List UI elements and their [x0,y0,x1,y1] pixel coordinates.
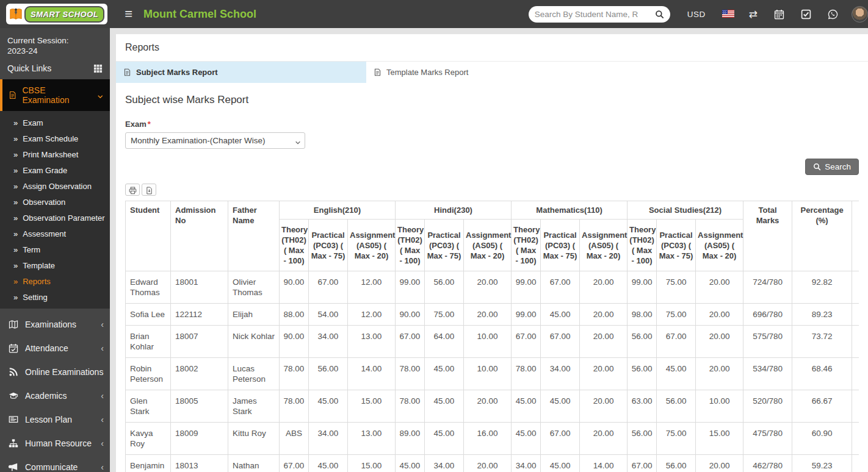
sidebar-item-label: Reports [23,277,51,286]
cbse-examination-submenu: »Exam»Exam Schedule»Print Marksheet»Exam… [0,111,110,309]
sidebar-item-observation[interactable]: »Observation [0,194,110,210]
marks-cell: 14.00 [348,358,396,390]
module-label: Human Resource [25,438,92,448]
marks-cell: 45.00 [657,358,696,390]
sidebar-module-attendance[interactable]: Attendance‹ [0,336,110,360]
hamburger-menu-icon[interactable]: ≡ [125,6,132,22]
chevron-left-icon: ‹ [101,462,104,472]
table-row: Brian Kohlar18007Nick Kohlar90.0034.0013… [126,326,859,358]
marks-cell: 45.00 [309,390,348,423]
student-name-cell: Glen Stark [126,390,171,423]
sidebar-module-human-resource[interactable]: Human Resource‹ [0,431,110,455]
marks-cell: 90.00 [396,304,425,326]
chevron-left-icon: ‹ [101,415,104,424]
column-header-student: Student [126,201,171,271]
marks-cell: 90.00 [280,271,309,304]
print-button[interactable] [125,184,140,196]
grade-cell: B+ [852,326,859,358]
sidebar-item-print-marksheet[interactable]: »Print Marksheet [0,146,110,162]
tab-label: Subject Marks Report [136,68,218,77]
sidebar-item-exam[interactable]: »Exam [0,115,110,131]
student-name-cell: Sofia Lee [126,304,171,326]
sidebar-module-communicate[interactable]: Communicate‹ [0,455,110,472]
table-row: Robin Peterson18002Lucas Peterson78.0056… [126,358,859,390]
sidebar-item-exam-grade[interactable]: »Exam Grade [0,162,110,178]
currency-selector[interactable]: USD [687,10,706,19]
marks-cell: 75.00 [425,304,464,326]
marks-cell: 56.00 [627,423,657,455]
grade-cell: A + [852,271,859,304]
double-angle-icon: » [13,261,18,270]
sitemap-icon [9,438,18,448]
subcolumn-header-theory: Theory (TH02) ( Max - 100) [280,220,309,271]
search-button[interactable]: Search [805,159,859,175]
sidebar-modules: Examinations‹Attendance‹Online Examinati… [0,309,110,472]
marks-cell: 14.00 [580,455,627,472]
grid-icon[interactable] [93,64,103,73]
marks-cell: 20.00 [580,390,627,423]
admission-no-cell: 18001 [171,271,228,304]
percentage-cell: 73.72 [792,326,852,358]
file-icon [374,68,382,76]
smart-school-logo[interactable]: SMART SCHOOL [6,4,107,24]
calendar-check-icon [9,343,18,353]
exam-select[interactable]: Monthly Examination-(Chapter Wise) [125,132,305,149]
sidebar-item-template[interactable]: »Template [0,257,110,273]
reports-panel: Reports Subject Marks ReportTemplate Mar… [116,34,868,472]
marks-cell: 20.00 [464,271,512,304]
marks-table-wrap: StudentAdmission NoFather NameEnglish(21… [125,201,859,472]
sidebar-item-exam-schedule[interactable]: »Exam Schedule [0,131,110,146]
marks-cell: 78.00 [396,390,425,423]
sidebar-item-setting[interactable]: »Setting [0,289,110,305]
sidebar-module-lesson-plan[interactable]: Lesson Plan‹ [0,407,110,431]
total-marks-cell: 475/780 [743,423,792,455]
search-icon[interactable] [655,10,664,19]
tab-subject-marks-report[interactable]: Subject Marks Report [116,62,366,83]
calendar-icon[interactable] [774,9,784,20]
global-search[interactable] [529,6,670,23]
sidebar: Current Session: 2023-24 Quick Links CBS… [0,28,110,472]
subject-header-social-studies-212: Social Studies(212) [627,201,743,220]
session-value: 2023-24 [7,46,103,56]
user-avatar[interactable] [852,6,868,23]
subcolumn-header-theory: Theory (TH02) ( Max - 100) [627,220,657,271]
sidebar-item-observation-parameter[interactable]: »Observation Parameter [0,210,110,226]
marks-cell: 63.00 [627,390,657,423]
module-label: Examinations [25,320,76,329]
marks-cell: 45.00 [512,423,541,455]
sidebar-item-label: Template [23,261,55,270]
sidebar-item-term[interactable]: »Term [0,241,110,257]
marks-cell: 20.00 [580,423,627,455]
sidebar-module-online-examinations[interactable]: Online Examinations [0,360,110,384]
exchange-icon[interactable]: ⇄ [749,8,758,21]
whatsapp-icon[interactable] [828,9,838,20]
marks-cell: 56.00 [657,390,696,423]
us-flag-icon[interactable] [722,9,732,20]
sidebar-module-cbse-examination[interactable]: CBSE Examination [0,79,110,111]
tab-template-marks-report[interactable]: Template Marks Report [366,62,617,83]
sidebar-item-label: Assessment [23,229,66,238]
subcolumn-header-practical: Practical (PC03) ( Max - 75) [309,220,348,271]
quick-links[interactable]: Quick Links [0,59,110,79]
sidebar-item-assign-observation[interactable]: »Assign Observation [0,178,110,194]
marks-cell: 78.00 [512,358,541,390]
student-name-cell: Benjamin Gates [126,455,171,472]
father-name-cell: Nathan Gates [228,455,280,472]
sidebar-module-examinations[interactable]: Examinations‹ [0,312,110,336]
marks-cell: 20.00 [464,390,512,423]
marks-cell: 34.00 [541,358,580,390]
subcolumn-header-assignment: Assignment (AS05) ( Max - 20) [580,220,627,271]
sidebar-module-academics[interactable]: Academics‹ [0,384,110,407]
percentage-cell: 59.23 [792,455,852,472]
subcolumn-header-theory: Theory (TH02) ( Max - 100) [396,220,425,271]
sidebar-item-assessment[interactable]: »Assessment [0,226,110,241]
total-marks-cell: 534/780 [743,358,792,390]
export-button[interactable] [142,184,156,196]
marks-cell: 45.00 [512,390,541,423]
sidebar-item-reports[interactable]: »Reports [0,273,110,289]
global-search-input[interactable] [535,10,655,19]
total-marks-cell: 462/780 [743,455,792,472]
double-angle-icon: » [13,277,18,286]
check-square-icon[interactable] [801,9,811,20]
sidebar-item-label: Exam Grade [23,166,67,175]
